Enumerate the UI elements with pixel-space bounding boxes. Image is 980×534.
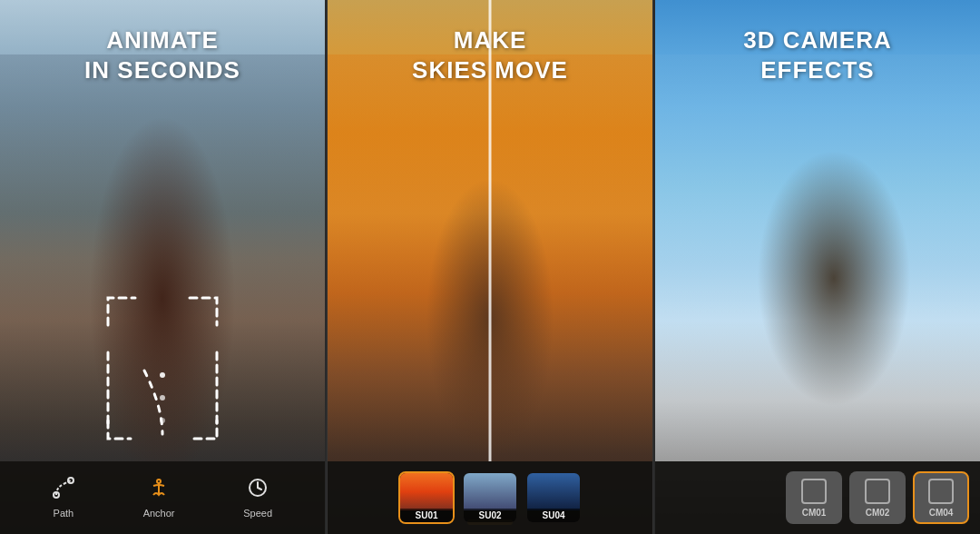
preset-su02[interactable]: SU02 xyxy=(462,471,518,524)
toolbar-path[interactable]: Path xyxy=(53,477,74,519)
preset-su02-bg xyxy=(464,473,516,510)
toolbar-panel-1: Path Anchor xyxy=(0,461,325,534)
camera-preset-cm04-icon xyxy=(928,479,954,504)
panel-animate: ANIMATEIN SECONDS xyxy=(0,0,325,534)
preset-su01-bg xyxy=(400,473,453,510)
camera-preset-cm01[interactable]: CM01 xyxy=(786,471,842,524)
preset-su02-label: SU02 xyxy=(464,509,516,522)
toolbar-speed[interactable]: Speed xyxy=(243,477,272,519)
camera-preset-cm01-icon xyxy=(801,479,827,504)
anchor-icon xyxy=(148,477,170,504)
svg-point-1 xyxy=(160,395,165,400)
camera-preset-cm04[interactable]: CM04 xyxy=(913,471,969,524)
figure-3 xyxy=(655,54,980,461)
svg-point-0 xyxy=(160,372,165,378)
panel-3-title: 3D CAMERAEFFECTS xyxy=(655,25,980,84)
camera-preset-cm01-label: CM01 xyxy=(802,508,827,518)
panel-skies: MAKESKIES MOVE SU01 SU02 SU04 xyxy=(327,0,653,534)
svg-point-2 xyxy=(160,418,165,423)
preset-su04-label: SU04 xyxy=(527,509,580,522)
animation-path xyxy=(90,280,235,443)
camera-preset-cm04-label: CM04 xyxy=(929,508,954,518)
camera-preset-cm02-icon xyxy=(865,479,890,504)
preset-su01-label: SU01 xyxy=(400,509,453,522)
panel-camera: 3D CAMERAEFFECTS CM01 CM02 CM04 xyxy=(655,0,980,534)
sky-presets-bar: SU01 SU02 SU04 xyxy=(328,461,652,534)
preset-su04[interactable]: SU04 xyxy=(525,471,582,524)
path-icon xyxy=(53,477,74,504)
camera-presets-bar: CM01 CM02 CM04 xyxy=(655,461,980,534)
toolbar-path-label: Path xyxy=(54,508,74,519)
toolbar-anchor-label: Anchor xyxy=(143,508,175,519)
compare-slider[interactable] xyxy=(489,0,492,461)
speed-icon xyxy=(247,477,269,504)
panel-1-title: ANIMATEIN SECONDS xyxy=(0,25,325,84)
toolbar-speed-label: Speed xyxy=(243,508,272,519)
preset-su04-bg xyxy=(527,473,580,510)
svg-point-5 xyxy=(157,480,161,483)
camera-preset-cm02-label: CM02 xyxy=(866,508,890,518)
camera-preset-cm02[interactable]: CM02 xyxy=(849,471,906,524)
app-container: ANIMATEIN SECONDS xyxy=(0,0,980,534)
svg-point-4 xyxy=(68,478,74,483)
toolbar-anchor[interactable]: Anchor xyxy=(143,477,175,519)
preset-su01[interactable]: SU01 xyxy=(398,471,455,524)
